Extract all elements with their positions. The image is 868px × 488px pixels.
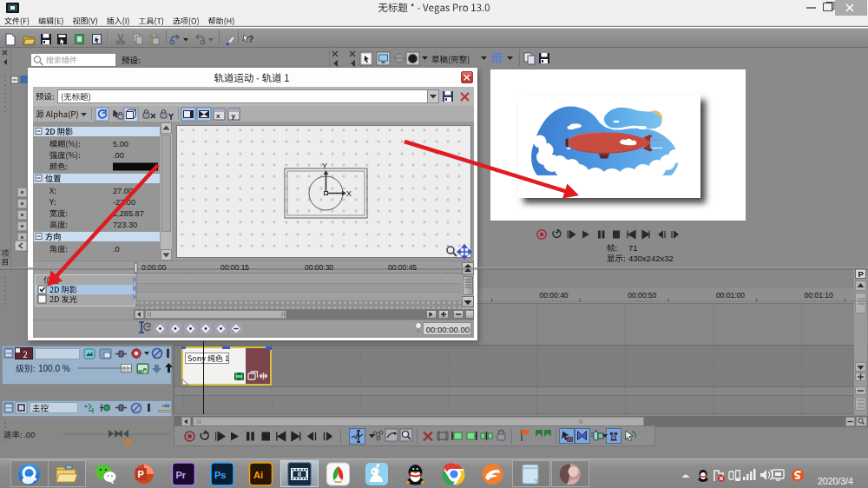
svg-text:00:00:15: 00:00:15	[220, 263, 249, 272]
svg-text:430x242x32: 430x242x32	[628, 254, 674, 263]
svg-text:.00: .00	[23, 430, 35, 439]
svg-text:2020/3/4: 2020/3/4	[818, 476, 853, 486]
svg-text:?: ?	[248, 35, 253, 44]
svg-text:.0: .0	[113, 245, 120, 254]
svg-text:X: X	[346, 189, 352, 198]
svg-text:y: y	[232, 112, 236, 120]
svg-text:00:00:00.00: 00:00:00.00	[426, 325, 470, 334]
svg-text:0:00:00: 0:00:00	[141, 263, 167, 272]
svg-text:100.0 %: 100.0 %	[38, 364, 70, 373]
svg-text:723.30: 723.30	[113, 221, 137, 229]
svg-text:00:01:00: 00:01:00	[716, 291, 745, 300]
svg-text:x: x	[216, 112, 220, 120]
svg-text:Y: Y	[322, 162, 327, 170]
svg-text:.00: .00	[113, 151, 124, 160]
svg-text:00:00:45: 00:00:45	[388, 263, 417, 272]
svg-text:00:00:30: 00:00:30	[305, 263, 333, 272]
svg-text:00:01:10: 00:01:10	[805, 291, 833, 300]
svg-text:00:00:50: 00:00:50	[628, 291, 656, 300]
svg-text:71: 71	[628, 243, 638, 253]
svg-text:-∞: -∞	[161, 401, 169, 410]
svg-text:00:00:40: 00:00:40	[540, 291, 569, 300]
svg-text:P: P	[858, 269, 865, 279]
svg-text:5.00: 5.00	[113, 140, 128, 148]
